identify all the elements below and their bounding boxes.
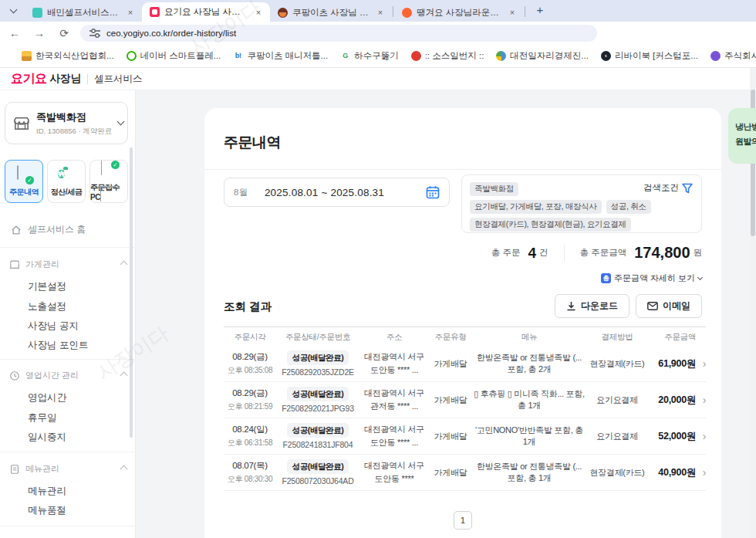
sidebar-scrollbar[interactable] — [130, 147, 133, 438]
site-settings-icon[interactable] — [89, 29, 100, 38]
bookmark-item[interactable]: :: 소스일번지 :: — [411, 50, 484, 62]
logo-suffix: 사장님 — [50, 72, 82, 86]
storefront-icon — [9, 259, 20, 270]
results-title: 조회 결과 — [224, 299, 272, 314]
baemin-favicon — [32, 8, 42, 18]
divider — [87, 74, 88, 84]
divider — [0, 359, 136, 360]
bookmark-item[interactable]: G하수구뚫기 — [340, 50, 399, 62]
bookmark-item[interactable]: 주식회사 식판사 — [710, 50, 756, 62]
table-row[interactable]: 08.24(일)오후 06:31:58 성공(배달완료)F2508241831J… — [224, 418, 706, 455]
total-orders-count: 4 — [528, 245, 536, 262]
store-selector[interactable]: 족발백화점 ID. 1308856 · 계약완료 — [5, 102, 128, 144]
browser-tab-baemin[interactable]: 배민셀프서비스 - 배달의민족 × — [25, 3, 142, 22]
bookmark-favicon — [496, 51, 506, 61]
table-row[interactable]: 08.29(금)오후 08:21:59 성공(배달완료)F2508292021J… — [224, 382, 706, 418]
quick-tab-orders[interactable]: ✓ 주문내역 — [5, 160, 43, 203]
browser-toolbar: ← → ⟳ ceo.yogiyo.co.kr/order-history/lis… — [0, 22, 756, 44]
yogiyo-logo[interactable]: 요기요 — [11, 71, 47, 87]
filter-tag: 성공, 취소 — [606, 200, 651, 214]
chevron-down-icon — [697, 274, 703, 279]
sidebar-item[interactable]: 휴무일 — [28, 411, 57, 425]
order-summary: 총 주문 4 건 총 주문금액 174,800 원 — [491, 244, 702, 262]
month-label: 8월 — [234, 187, 248, 198]
close-icon[interactable]: × — [507, 7, 518, 18]
sidebar-item[interactable]: 메뉴관리 — [28, 485, 66, 498]
total-mini-icon: 총 — [601, 273, 611, 283]
bookmark-item[interactable]: ›리바이북 [커스텀포... — [601, 50, 698, 62]
store-name: 족발백화점 — [36, 110, 112, 124]
table-row[interactable]: 08.07(목)오후 08:30:30 성공(배달완료)F2508072030J… — [224, 455, 706, 491]
date-range-picker[interactable]: 8월 2025.08.01 ~ 2025.08.31 — [224, 178, 450, 207]
ddangyo-favicon — [402, 8, 412, 18]
clock-icon — [9, 371, 20, 381]
browser-tab-strip: 배민셀프서비스 - 배달의민족 × 요기요 사장님 사이트 × 쿠팡이츠 사장님… — [0, 0, 756, 22]
bookmark-item[interactable]: 한국외식산업협회... — [22, 50, 114, 62]
filter-funnel-icon — [682, 183, 693, 194]
filter-tag: 요기배달, 가게배달, 포장, 매장식사 — [470, 200, 602, 214]
close-icon[interactable]: × — [125, 7, 136, 18]
close-icon[interactable]: × — [253, 7, 264, 18]
sidebar-item[interactable]: 사장님 포인트 — [28, 339, 88, 352]
browser-tab-ddangyo[interactable]: 땡겨요 사장님라운지_주문내역 × — [394, 3, 524, 22]
order-doc-icon: ✓ — [15, 166, 32, 183]
quick-tab-settlement[interactable]: ₩ 정산/세금 — [47, 160, 86, 203]
divider — [564, 245, 565, 262]
table-header: 주문시각 주문상태/주문번호 주소 주문유형 메뉴 결제방법 주문금액 — [224, 327, 706, 347]
bookmark-item[interactable]: 네이버 스마트플레... — [127, 50, 221, 62]
site-header: 요기요 사장님 셀프서비스 — [0, 68, 756, 90]
forward-button[interactable]: → — [29, 23, 49, 43]
chevron-right-icon[interactable]: › — [696, 357, 706, 370]
search-conditions-box: 족발백화점 요기배달, 가게배달, 포장, 매장식사 성공, 취소 현장결제(카… — [461, 174, 702, 233]
status-badge: 성공(배달완료) — [287, 459, 349, 474]
bookmark-item[interactable]: 대전일자리경제진... — [496, 50, 589, 62]
envelope-icon — [647, 302, 658, 310]
sidebar: 족발백화점 ID. 1308856 · 계약완료 ✓ 주문내역 ₩ 정산/세금 … — [0, 90, 136, 538]
calendar-icon[interactable] — [426, 185, 440, 199]
sidebar-section-menu-mgmt[interactable]: 메뉴관리 — [9, 463, 127, 475]
tab-search-button[interactable] — [3, 2, 23, 20]
reload-button[interactable]: ⟳ — [54, 23, 74, 43]
sidebar-item-home[interactable]: 셀프서비스 홈 — [11, 223, 86, 236]
bookmark-favicon: b! — [233, 51, 243, 61]
table-row[interactable]: 08.29(금)오후 08:35:08 성공(배달완료)F2508292035J… — [224, 346, 706, 382]
browser-tab-coupangeats[interactable]: 쿠팡이츠 사장님 포털 × — [270, 3, 392, 22]
sidebar-item[interactable]: 메뉴품절 — [28, 504, 66, 517]
sidebar-item[interactable]: 일시중지 — [28, 431, 66, 444]
amount-detail-link[interactable]: 총 주문금액 자세히 보기 — [601, 272, 702, 284]
tab-separator — [393, 6, 393, 17]
tab-separator — [525, 6, 525, 17]
sidebar-item[interactable]: 기본설정 — [28, 280, 66, 293]
close-icon[interactable]: × — [375, 7, 386, 18]
storefront-icon — [13, 116, 30, 131]
chevron-up-icon — [120, 372, 128, 380]
sidebar-section-hours[interactable]: 영업시간 관리 — [9, 370, 127, 381]
filter-tag: 족발백화점 — [470, 182, 518, 196]
bookmark-item[interactable]: b!쿠팡이츠 매니저틀... — [233, 50, 328, 62]
new-tab-button[interactable]: + — [531, 2, 549, 20]
back-button[interactable]: ← — [5, 23, 25, 43]
sidebar-item[interactable]: 사장님 공지 — [28, 320, 79, 333]
chevron-up-icon — [120, 261, 128, 269]
browser-tab-yogiyo[interactable]: 요기요 사장님 사이트 × — [142, 2, 270, 22]
divider — [0, 452, 136, 452]
sidebar-item[interactable]: 영업시간 — [28, 391, 66, 404]
sidebar-item[interactable]: 노출설정 — [28, 300, 66, 313]
chevron-right-icon[interactable]: › — [696, 430, 706, 442]
search-condition-button[interactable]: 검색조건 — [643, 182, 693, 194]
store-meta: ID. 1308856 · 계약완료 — [36, 127, 112, 137]
pagination-page-1[interactable]: 1 — [454, 511, 472, 530]
bookmark-favicon: G — [340, 51, 350, 61]
bookmark-favicon — [411, 51, 421, 61]
download-button[interactable]: 다운로드 — [555, 294, 629, 318]
chevron-right-icon[interactable]: › — [696, 394, 706, 406]
divider — [0, 526, 136, 526]
order-pc-icon: ✓ — [100, 161, 117, 178]
sidebar-section-store-mgmt[interactable]: 가게관리 — [9, 259, 127, 270]
floating-promo-widget[interactable]: 냉난방 원발의 — [728, 108, 756, 164]
chevron-right-icon[interactable]: › — [696, 466, 706, 479]
address-bar[interactable]: ceo.yogiyo.co.kr/order-history/list — [80, 25, 597, 42]
chevron-down-icon — [117, 118, 125, 126]
email-button[interactable]: 이메일 — [636, 294, 702, 318]
quick-tab-orderpc[interactable]: ✓ 주문접수PC — [89, 160, 128, 203]
